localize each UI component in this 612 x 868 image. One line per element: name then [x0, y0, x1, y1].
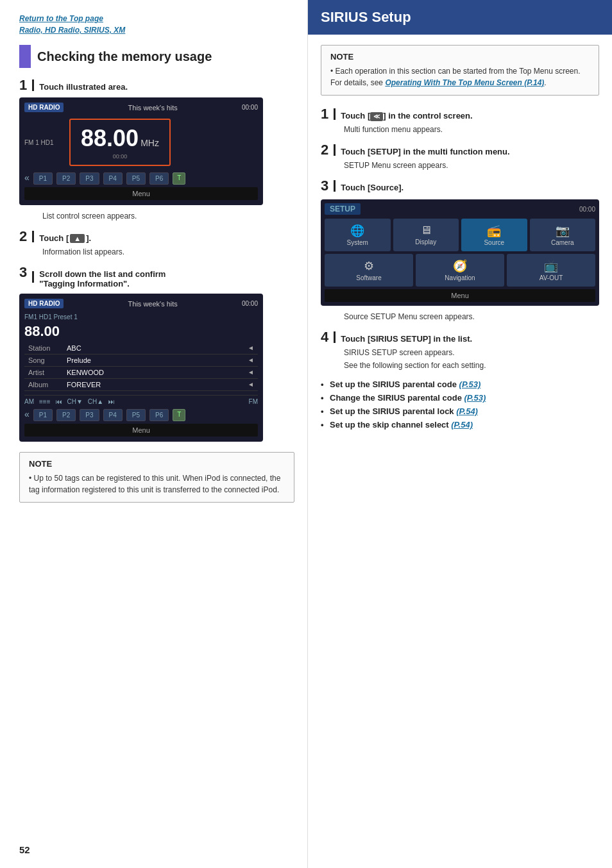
setup-item-source[interactable]: 📻 Source	[461, 219, 527, 251]
right-step2-sub: SETUP Menu screen appears.	[344, 161, 599, 170]
hd-freq-display[interactable]: 88.00 MHz 00:00	[69, 119, 171, 166]
right-step4-label: Touch [SIRIUS SETUP] in the list.	[341, 334, 472, 344]
setup-item-camera[interactable]: 📷 Camera	[530, 219, 596, 251]
step2-label: Touch [▲].	[39, 233, 91, 243]
bullet-link-1[interactable]: (P.53)	[459, 380, 481, 389]
bullet-item-1: Set up the SIRIUS parental code (P.53)	[321, 378, 599, 391]
hd-screen1-time: 00:00	[242, 104, 258, 111]
right-step1-sub: Multi function menu appears.	[344, 125, 599, 134]
hd-next-btn[interactable]: ⏭	[108, 398, 115, 405]
top-links: Return to the Top page Radio, HD Radio, …	[19, 13, 294, 36]
hd-chup-btn[interactable]: CH▲	[88, 398, 103, 405]
sirius-icon: ≪	[370, 112, 383, 121]
setup-item-avout[interactable]: 📺 AV-OUT	[507, 254, 595, 287]
hd-p1[interactable]: P1	[33, 172, 53, 185]
hd-p5[interactable]: P5	[126, 172, 146, 185]
hd-p2[interactable]: P2	[56, 172, 76, 185]
operating-link[interactable]: Operating With The Top Menu Screen (P.14…	[385, 78, 544, 87]
hd-t-btn-2[interactable]: T	[173, 409, 185, 421]
hd-time-display: 00:00	[81, 153, 159, 160]
hd-back-btn-2[interactable]: «	[24, 409, 30, 421]
setup-menu[interactable]: Menu	[325, 289, 595, 302]
hd-screen-1: HD RADIO This week's hits 00:00 FM 1 HD1…	[19, 97, 263, 205]
hd-p5-2[interactable]: P5	[126, 409, 146, 421]
bullet-link-4[interactable]: (P.54)	[451, 420, 473, 430]
right-step1-num: 1	[321, 106, 328, 122]
page-number: 52	[19, 844, 30, 855]
step2-number: 2	[19, 230, 27, 244]
avout-icon: 📺	[509, 259, 593, 273]
setup-grid-row2: ⚙ Software 🧭 Navigation 📺 AV-OUT	[325, 254, 595, 287]
right-note-text: • Each operation in this section can be …	[330, 65, 590, 88]
hd-p4[interactable]: P4	[103, 172, 123, 185]
hd-am-btn[interactable]: AM	[24, 398, 34, 405]
hd-preset-info-2: FM1 HD1 Preset 1	[24, 312, 258, 323]
hd-chdown-btn[interactable]: CH▼	[67, 398, 83, 405]
hd-p2-2[interactable]: P2	[56, 409, 76, 421]
globe-icon: 🌐	[327, 224, 388, 238]
bullet-list: Set up the SIRIUS parental code (P.53) C…	[321, 378, 599, 431]
hd-screen2-title: This week's hits	[128, 300, 178, 308]
right-step4: 4 Touch [SIRIUS SETUP] in the list. SIRI…	[321, 329, 599, 370]
hd-t-btn[interactable]: T	[173, 172, 185, 185]
right-step3-label: Touch [Source].	[341, 183, 404, 192]
step1-header: 1 Touch illustrated area.	[19, 78, 294, 92]
right-step1: 1 Touch [≪] in the control screen. Multi…	[321, 106, 599, 134]
hd-p3-2[interactable]: P3	[80, 409, 99, 421]
return-top-link[interactable]: Return to the Top page	[19, 13, 294, 24]
hd-menu-2[interactable]: Menu	[24, 424, 258, 437]
bullet-link-3[interactable]: (P.54)	[456, 406, 478, 416]
left-note-text: • Up to 50 tags can be registered to thi…	[29, 472, 285, 496]
step1-bar	[32, 79, 34, 91]
step1-result: List control screen appears.	[42, 212, 294, 221]
step3-header: 3 Scroll down the list and confirm "Tagg…	[19, 265, 294, 288]
hd-eq-btn[interactable]: ≡≡≡	[39, 398, 51, 405]
hd-p1-2[interactable]: P1	[33, 409, 53, 421]
step2-icon: ▲	[70, 234, 85, 243]
hd-menu-1[interactable]: Menu	[24, 187, 258, 200]
hd-preset-bar-1: « P1 P2 P3 P4 P5 P6 T	[24, 172, 258, 185]
bullet-item-3: Set up the SIRIUS parental lock (P.54)	[321, 405, 599, 418]
right-note-title: NOTE	[330, 52, 590, 62]
display-icon: 🖥	[396, 224, 457, 237]
bullet-item-2: Change the SIRIUS parental code (P.53)	[321, 391, 599, 405]
right-step4-sub1: SIRIUS SETUP screen appears.	[344, 348, 599, 357]
bullet-link-2[interactable]: (P.53)	[464, 393, 486, 403]
hd-fm-label: FM	[249, 398, 258, 405]
hd-p6-2[interactable]: P6	[149, 409, 169, 421]
setup-item-software[interactable]: ⚙ Software	[325, 254, 413, 287]
setup-grid-row1: 🌐 System 🖥 Display 📻 Source 📷	[325, 219, 595, 251]
hd-freq-unit: MHz	[140, 138, 159, 148]
right-step3-bar	[334, 180, 336, 192]
hd-p6[interactable]: P6	[149, 172, 169, 185]
software-icon: ⚙	[327, 259, 411, 273]
step3-label: Scroll down the list and confirm "Taggin…	[39, 269, 166, 288]
right-step4-bar	[334, 331, 336, 343]
camera-icon: 📷	[532, 224, 593, 238]
setup-screen: SETUP 00:00 🌐 System 🖥 Display	[321, 199, 599, 306]
hd-logo-1: HD RADIO	[24, 103, 64, 112]
right-step1-bar	[334, 108, 336, 120]
navigation-icon: 🧭	[418, 259, 502, 273]
right-step2-label: Touch [SETUP] in the multi function menu…	[341, 147, 509, 156]
step2-header: 2 Touch [▲].	[19, 230, 294, 244]
hd-back-btn[interactable]: «	[24, 172, 30, 185]
hd-freq-display-2: 88.00	[24, 323, 258, 340]
right-step2-bar	[334, 144, 336, 156]
radio-link[interactable]: Radio, HD Radio, SIRIUS, XM	[19, 24, 294, 36]
setup-item-system[interactable]: 🌐 System	[325, 219, 391, 251]
hd-p4-2[interactable]: P4	[103, 409, 123, 421]
setup-logo: SETUP	[325, 203, 361, 215]
hd-p3[interactable]: P3	[80, 172, 99, 185]
hd-list-screen: HD RADIO This week's hits 00:00 FM1 HD1 …	[19, 294, 263, 442]
hd-screen2-time: 00:00	[242, 300, 258, 307]
source-icon: 📻	[464, 224, 525, 238]
step3-number: 3	[19, 265, 27, 280]
hd-prev-btn[interactable]: ⏮	[56, 398, 62, 405]
hd-screen1-title: This week's hits	[128, 104, 178, 112]
left-section-header: Checking the memory usage	[19, 45, 294, 68]
right-step1-label: Touch [≪] in the control screen.	[341, 111, 472, 121]
setup-item-navigation[interactable]: 🧭 Navigation	[416, 254, 504, 287]
right-note-box: NOTE • Each operation in this section ca…	[321, 45, 599, 96]
setup-item-display[interactable]: 🖥 Display	[393, 219, 459, 251]
